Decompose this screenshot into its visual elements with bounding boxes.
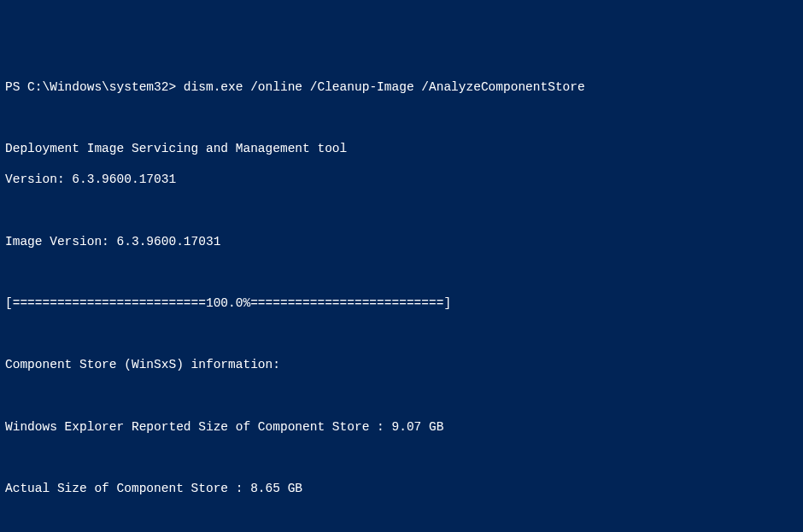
output-line [5, 389, 798, 404]
output-line [5, 326, 798, 342]
output-line: Actual Size of Component Store : 8.65 GB [5, 481, 798, 496]
command-text: dism.exe /online /Cleanup-Image /Analyze… [184, 80, 585, 94]
output-line [5, 203, 798, 219]
output-line [5, 450, 798, 465]
prompt-line-1: PS C:\Windows\system32> dism.exe /online… [5, 79, 798, 95]
output-line: Windows Explorer Reported Size of Compon… [5, 419, 798, 435]
output-line [5, 110, 798, 126]
ps-prompt: PS C:\Windows\system32> [5, 80, 184, 94]
output-line: Component Store (WinSxS) information: [5, 357, 798, 372]
output-line: Version: 6.3.9600.17031 [5, 172, 798, 187]
output-line [5, 512, 798, 527]
output-line: Deployment Image Servicing and Managemen… [5, 141, 798, 156]
terminal-output[interactable]: PS C:\Windows\system32> dism.exe /online… [5, 64, 798, 533]
output-line [5, 265, 798, 280]
output-line: Image Version: 6.3.9600.17031 [5, 234, 798, 249]
progress-bar-line: [==========================100.0%=======… [5, 295, 798, 311]
